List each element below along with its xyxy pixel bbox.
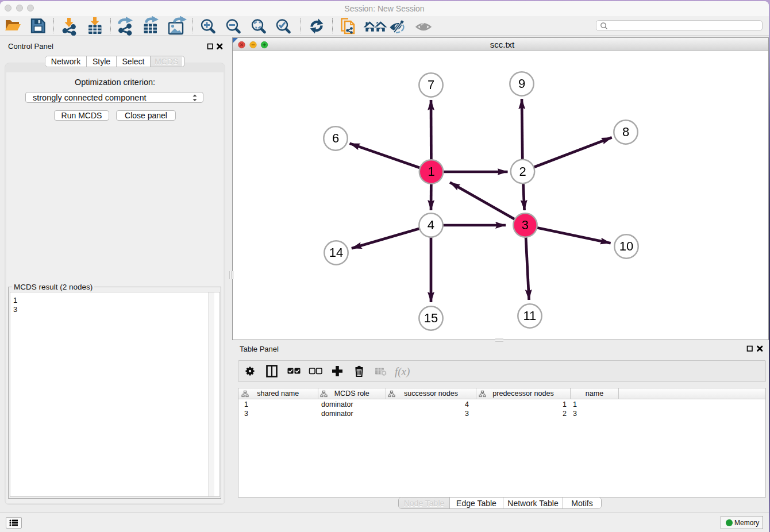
svg-text:9: 9 <box>518 76 525 91</box>
svg-text:1: 1 <box>428 164 434 179</box>
svg-text:3: 3 <box>522 218 529 232</box>
svg-text:f(x): f(x) <box>395 365 410 378</box>
svg-text:11: 11 <box>523 309 537 323</box>
svg-text:2: 2 <box>519 164 526 179</box>
svg-text:15: 15 <box>424 311 438 325</box>
svg-text:8: 8 <box>622 125 629 139</box>
svg-text:4: 4 <box>428 218 434 232</box>
svg-text:14: 14 <box>329 245 343 260</box>
svg-text:6: 6 <box>332 131 339 145</box>
svg-text:7: 7 <box>428 78 434 92</box>
svg-text:10: 10 <box>619 239 633 253</box>
